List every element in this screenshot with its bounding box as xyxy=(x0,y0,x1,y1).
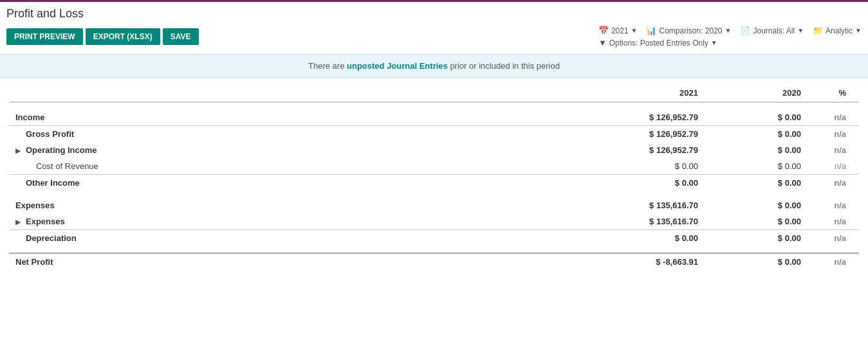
journals-icon: 📄 xyxy=(740,26,750,35)
options-filter[interactable]: ▼ Options: Posted Entries Only ▼ xyxy=(598,38,717,48)
table-row: Income$ 126,952.79$ 0.00n/a xyxy=(9,109,859,126)
analytic-filter[interactable]: 📁 Analytic ▼ xyxy=(813,26,862,35)
row-label-text: Expenses xyxy=(15,201,55,210)
chart-icon: 📊 xyxy=(646,26,656,35)
filter-row-top: 📅 2021 ▼ 📊 Comparison: 2020 ▼ 📄 Journals… xyxy=(598,26,862,35)
table-row: Depreciation$ 0.00$ 0.00n/a xyxy=(9,230,859,247)
comparison-filter-label: Comparison: 2020 xyxy=(659,26,722,35)
journals-caret: ▼ xyxy=(797,27,804,34)
net-profit-val-2020: $ 0.00 xyxy=(705,253,808,270)
row-label-text: Expenses xyxy=(26,217,65,226)
report-table: 2021 2020 % Income$ 126,952.79$ 0.00n/aG… xyxy=(9,84,859,270)
page-title: Profit and Loss xyxy=(6,7,862,21)
col-2020-header: 2020 xyxy=(705,84,808,102)
table-row: Cost of Revenue$ 0.00$ 0.00n/a xyxy=(9,158,859,175)
row-label: Income xyxy=(9,109,602,126)
row-val-2020: $ 0.00 xyxy=(705,197,808,213)
row-label: Gross Profit xyxy=(9,126,602,143)
row-pct: n/a xyxy=(808,230,859,247)
col-label-header xyxy=(9,84,602,102)
journals-filter-label: Journals: All xyxy=(753,26,795,35)
spacer-row xyxy=(9,102,859,109)
row-label: Other Income xyxy=(9,175,602,192)
row-label-text: Gross Profit xyxy=(26,129,74,139)
save-button[interactable]: SAVE xyxy=(163,28,199,45)
col-pct-header: % xyxy=(808,84,859,102)
calendar-icon: 📅 xyxy=(598,26,609,35)
table-row: Expenses$ 135,616.70$ 0.00n/a xyxy=(9,197,859,213)
expand-arrow-icon[interactable]: ▶ xyxy=(15,147,23,154)
analytic-icon: 📁 xyxy=(813,26,823,35)
row-label: Cost of Revenue xyxy=(9,158,602,175)
toolbar-right: 📅 2021 ▼ 📊 Comparison: 2020 ▼ 📄 Journals… xyxy=(598,26,862,48)
comparison-filter[interactable]: 📊 Comparison: 2020 ▼ xyxy=(646,26,731,35)
row-label-text: Depreciation xyxy=(26,233,77,243)
toolbar-left: PRINT PREVIEW EXPORT (XLSX) SAVE xyxy=(6,28,199,45)
net-profit-row: Net Profit$ -8,663.91$ 0.00n/a xyxy=(9,253,859,270)
expand-arrow-icon[interactable]: ▶ xyxy=(15,219,23,226)
net-profit-val-2021: $ -8,663.91 xyxy=(602,253,705,270)
row-label: ▶Operating Income xyxy=(9,142,602,158)
row-pct: n/a xyxy=(808,142,859,158)
row-val-2020: $ 0.00 xyxy=(705,213,808,230)
row-label: Expenses xyxy=(9,197,602,213)
row-pct: n/a xyxy=(808,158,859,175)
row-val-2020: $ 0.00 xyxy=(705,109,808,126)
report-area: 2021 2020 % Income$ 126,952.79$ 0.00n/aG… xyxy=(0,78,868,276)
row-pct: n/a xyxy=(808,109,859,126)
print-preview-button[interactable]: PRINT PREVIEW xyxy=(6,28,83,45)
net-profit-pct: n/a xyxy=(808,253,859,270)
options-filter-label: Options: Posted Entries Only xyxy=(609,39,708,48)
options-caret: ▼ xyxy=(711,39,717,46)
table-row: ▶Operating Income$ 126,952.79$ 0.00n/a xyxy=(9,142,859,158)
notice-bar: There are unposted Journal Entries prior… xyxy=(0,54,868,78)
col-2021-header: 2021 xyxy=(602,84,705,102)
row-label-text: Cost of Revenue xyxy=(36,161,98,171)
row-val-2021: $ 0.00 xyxy=(602,158,705,175)
table-header-row: 2021 2020 % xyxy=(9,84,859,102)
toolbar: PRINT PREVIEW EXPORT (XLSX) SAVE 📅 2021 … xyxy=(6,26,862,48)
spacer-row xyxy=(9,191,859,197)
export-xlsx-button[interactable]: EXPORT (XLSX) xyxy=(86,28,160,45)
row-val-2021: $ 126,952.79 xyxy=(602,109,705,126)
net-profit-label: Net Profit xyxy=(9,253,602,270)
row-val-2021: $ 135,616.70 xyxy=(602,197,705,213)
filter-row-bottom: ▼ Options: Posted Entries Only ▼ xyxy=(598,38,717,48)
year-caret: ▼ xyxy=(631,27,638,34)
table-row: Other Income$ 0.00$ 0.00n/a xyxy=(9,175,859,192)
row-label: Depreciation xyxy=(9,230,602,247)
row-label-text: Income xyxy=(15,112,45,122)
notice-text-post: prior or included in this period xyxy=(448,61,560,71)
row-label-text: Operating Income xyxy=(26,145,97,155)
row-label: ▶Expenses xyxy=(9,213,602,230)
comparison-caret: ▼ xyxy=(725,27,732,34)
row-val-2020: $ 0.00 xyxy=(705,126,808,143)
row-val-2020: $ 0.00 xyxy=(705,142,808,158)
table-row: ▶Expenses$ 135,616.70$ 0.00n/a xyxy=(9,213,859,230)
journals-filter[interactable]: 📄 Journals: All ▼ xyxy=(740,26,804,35)
row-pct: n/a xyxy=(808,197,859,213)
filter-icon: ▼ xyxy=(598,38,607,48)
row-val-2021: $ 0.00 xyxy=(602,230,705,247)
notice-text-pre: There are xyxy=(308,61,347,71)
row-val-2020: $ 0.00 xyxy=(705,230,808,247)
row-pct: n/a xyxy=(808,175,859,192)
row-label-text: Other Income xyxy=(26,178,80,188)
top-bar: Profit and Loss PRINT PREVIEW EXPORT (XL… xyxy=(0,0,868,50)
row-val-2020: $ 0.00 xyxy=(705,158,808,175)
row-val-2021: $ 126,952.79 xyxy=(602,142,705,158)
table-row: Gross Profit$ 126,952.79$ 0.00n/a xyxy=(9,126,859,143)
year-filter-label: 2021 xyxy=(611,26,629,35)
row-val-2020: $ 0.00 xyxy=(705,175,808,192)
row-val-2021: $ 126,952.79 xyxy=(602,126,705,143)
notice-link[interactable]: unposted Journal Entries xyxy=(347,61,448,71)
spacer-row xyxy=(9,246,859,253)
row-pct: n/a xyxy=(808,213,859,230)
row-val-2021: $ 135,616.70 xyxy=(602,213,705,230)
year-filter[interactable]: 📅 2021 ▼ xyxy=(598,26,638,35)
analytic-filter-label: Analytic xyxy=(826,26,853,35)
analytic-caret: ▼ xyxy=(855,27,862,34)
row-val-2021: $ 0.00 xyxy=(602,175,705,192)
row-pct: n/a xyxy=(808,126,859,143)
